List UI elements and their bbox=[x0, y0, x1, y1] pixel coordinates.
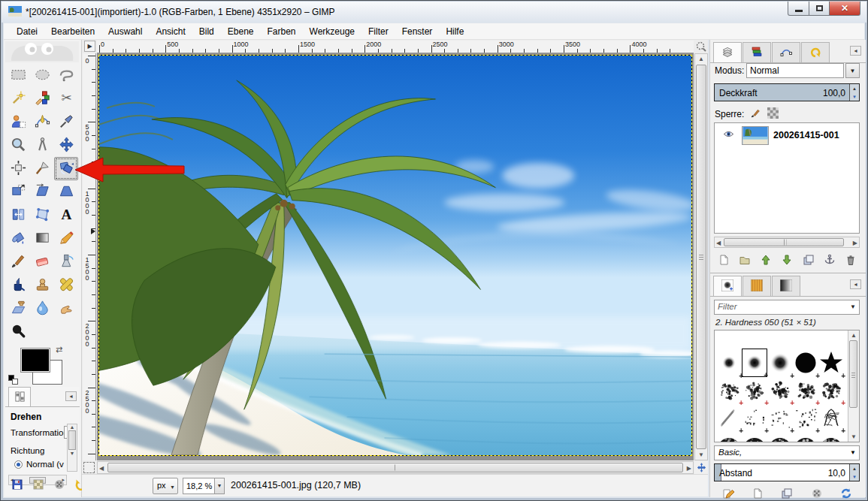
cage-transform-tool[interactable] bbox=[30, 204, 54, 227]
vertical-scrollbar-thumb[interactable] bbox=[696, 65, 706, 449]
scissors-select-tool[interactable]: ✂ bbox=[54, 87, 78, 110]
paths-tool[interactable] bbox=[30, 110, 54, 134]
tab-paths[interactable] bbox=[772, 42, 800, 62]
tool-options-vscrollbar[interactable]: ▲▼ bbox=[67, 424, 77, 472]
brush-circle-solid[interactable]: + bbox=[793, 349, 818, 377]
zoom-follow-window-icon[interactable] bbox=[695, 41, 707, 53]
dodge-burn-tool[interactable] bbox=[6, 320, 30, 343]
lock-alpha-icon[interactable] bbox=[767, 107, 779, 121]
unit-select[interactable]: px▼ bbox=[153, 478, 178, 494]
duplicate-layer-button[interactable] bbox=[801, 254, 815, 267]
new-group-button[interactable] bbox=[738, 254, 752, 267]
zoom-select[interactable]: 18,2 % ▼ bbox=[183, 478, 225, 494]
layer-list[interactable]: 200261415-001 bbox=[714, 122, 860, 234]
brush-soft-2-selected[interactable]: + bbox=[742, 349, 767, 377]
menu-datei[interactable]: Datei bbox=[10, 24, 44, 39]
brush-dot-tiny[interactable] bbox=[729, 330, 755, 346]
opacity-spinner[interactable]: ▲▼ bbox=[849, 84, 859, 101]
restore-options-button[interactable] bbox=[31, 478, 45, 492]
scroll-right-icon[interactable]: ▶ bbox=[687, 465, 691, 472]
menu-fenster[interactable]: Fenster bbox=[395, 24, 440, 39]
text-tool[interactable]: A bbox=[54, 204, 78, 227]
brush-texture-3[interactable] bbox=[767, 433, 793, 442]
brush-texture-2[interactable] bbox=[742, 433, 767, 442]
new-layer-button[interactable] bbox=[717, 254, 731, 267]
brush-chalk-4[interactable]: + bbox=[793, 377, 818, 404]
tab-channels[interactable] bbox=[742, 42, 771, 62]
bucket-fill-tool[interactable] bbox=[6, 227, 30, 250]
measure-tool[interactable] bbox=[30, 134, 54, 157]
layers-dock-collapse-button[interactable]: ◂ bbox=[850, 46, 861, 56]
anchor-layer-button[interactable] bbox=[822, 254, 836, 267]
chevron-down-icon[interactable]: ▼ bbox=[845, 63, 860, 78]
brush-tag-select[interactable]: Basic, ▼ bbox=[714, 445, 860, 460]
canvas-viewport[interactable] bbox=[97, 53, 694, 460]
save-options-button[interactable] bbox=[10, 478, 24, 492]
chevron-down-icon[interactable]: ▼ bbox=[214, 478, 224, 493]
layers-hscrollbar[interactable]: ◀ ▶ bbox=[714, 237, 860, 248]
brush-spray-1[interactable]: + bbox=[742, 405, 767, 432]
clone-tool[interactable] bbox=[30, 273, 54, 297]
scroll-up-icon[interactable]: ▲ bbox=[695, 56, 707, 62]
menu-bearbeiten[interactable]: Bearbeiten bbox=[44, 24, 101, 39]
menu-werkzeuge[interactable]: Werkzeuge bbox=[303, 24, 361, 39]
menu-ansicht[interactable]: Ansicht bbox=[149, 24, 192, 39]
tab-gradients[interactable] bbox=[772, 276, 800, 296]
lock-paint-icon[interactable] bbox=[750, 107, 761, 121]
menu-farben[interactable]: Farben bbox=[261, 24, 303, 39]
direction-radio-normal[interactable]: Normal (v bbox=[14, 460, 68, 469]
brush-texture-4[interactable] bbox=[793, 433, 818, 442]
raise-layer-button[interactable] bbox=[759, 254, 773, 267]
move-tool[interactable] bbox=[54, 134, 78, 157]
brush-grid[interactable]: +++++++++++++++ ▲ ▼ bbox=[714, 330, 860, 442]
tool-options-tab[interactable] bbox=[8, 387, 31, 406]
flip-tool[interactable] bbox=[6, 204, 30, 227]
color-picker-tool[interactable] bbox=[54, 110, 78, 134]
navigation-cross-icon[interactable] bbox=[694, 461, 708, 474]
eraser-tool[interactable] bbox=[30, 250, 54, 273]
minimize-button[interactable] bbox=[788, 2, 809, 16]
tab-undo-history[interactable] bbox=[801, 42, 830, 62]
rotate-tool[interactable] bbox=[54, 157, 78, 180]
scroll-down-icon[interactable]: ▼ bbox=[695, 451, 707, 458]
smudge-tool[interactable] bbox=[54, 297, 78, 320]
horizontal-ruler[interactable]: 05001000150020002500300035004000 bbox=[97, 41, 694, 53]
brush-bar[interactable] bbox=[755, 330, 780, 346]
fuzzy-select-tool[interactable] bbox=[6, 87, 30, 110]
canvas-image[interactable] bbox=[98, 55, 692, 456]
menu-auswahl[interactable]: Auswahl bbox=[101, 24, 149, 39]
brush-filter-input[interactable]: Filter ▼ bbox=[714, 300, 860, 315]
tab-brushes[interactable] bbox=[713, 276, 742, 297]
brush-ellipse-flat[interactable] bbox=[780, 330, 806, 346]
new-brush-button[interactable] bbox=[751, 487, 765, 501]
edit-brush-button[interactable] bbox=[721, 487, 735, 501]
brush-chalk-5[interactable]: + bbox=[818, 377, 844, 404]
brush-smudge-1[interactable]: + bbox=[716, 405, 742, 432]
brush-spray-2[interactable]: + bbox=[767, 405, 793, 432]
duplicate-brush-button[interactable] bbox=[780, 487, 794, 501]
tool-options-collapse-button[interactable]: ◂ bbox=[65, 391, 77, 401]
foreground-select-tool[interactable] bbox=[6, 110, 30, 134]
brush-texture-1[interactable] bbox=[716, 433, 742, 442]
paintbrush-tool[interactable] bbox=[6, 250, 30, 273]
shear-tool[interactable] bbox=[30, 180, 54, 204]
brush-texture-5[interactable] bbox=[818, 433, 844, 442]
brush-line[interactable] bbox=[806, 330, 831, 346]
tab-layers[interactable] bbox=[713, 42, 742, 63]
refresh-brushes-button[interactable] bbox=[839, 487, 854, 501]
select-by-color-tool[interactable] bbox=[30, 87, 54, 110]
vertical-ruler[interactable]: 05001000150020002500 bbox=[83, 53, 96, 460]
opacity-slider[interactable]: Deckkraft 100,0 ▲▼ bbox=[714, 83, 860, 101]
zoom-tool[interactable] bbox=[6, 134, 30, 157]
horizontal-scrollbar[interactable]: ◀ ▶ bbox=[97, 461, 694, 474]
brush-soft-1[interactable]: + bbox=[716, 349, 742, 377]
brush-chalk-3[interactable]: + bbox=[767, 377, 793, 404]
delete-layer-button[interactable] bbox=[843, 254, 857, 267]
ruler-corner-menu-button[interactable]: ▶ bbox=[84, 41, 95, 52]
blur-sharpen-tool[interactable] bbox=[30, 297, 54, 320]
menu-bild[interactable]: Bild bbox=[192, 24, 221, 39]
layer-visible-icon[interactable] bbox=[715, 128, 742, 142]
airbrush-tool[interactable] bbox=[54, 250, 78, 273]
perspective-clone-tool[interactable] bbox=[6, 297, 30, 320]
menu-ebene[interactable]: Ebene bbox=[221, 24, 261, 39]
